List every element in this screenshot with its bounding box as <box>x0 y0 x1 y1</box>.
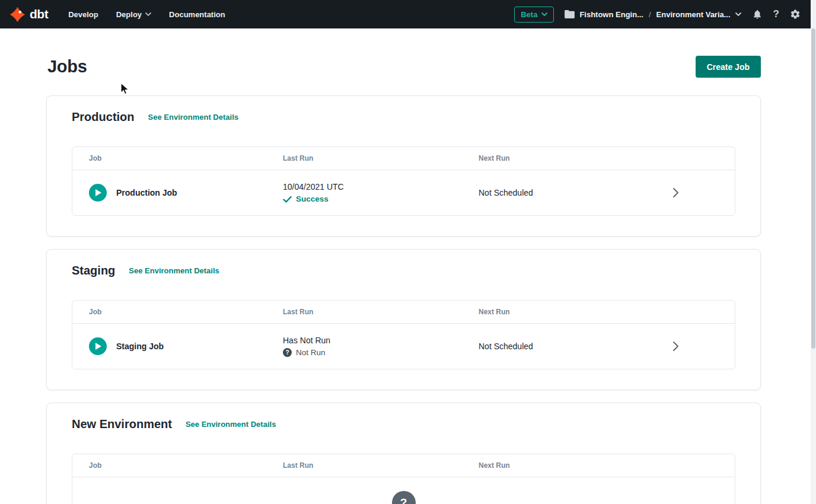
main-menu: Develop Deploy Documentation <box>68 10 225 19</box>
chevron-right-icon[interactable] <box>673 342 678 351</box>
job-row-staging-job[interactable]: Staging Job Has Not Run ? Not Run Not Sc… <box>72 324 735 369</box>
play-icon <box>94 342 102 350</box>
chevron-down-icon <box>735 12 741 17</box>
gear-icon <box>790 9 801 20</box>
brand-name: dbt <box>30 7 48 21</box>
nav-item-deploy[interactable]: Deploy <box>116 10 151 19</box>
last-run-date: Has Not Run <box>283 336 479 345</box>
scrollbar-thumb[interactable] <box>811 28 815 349</box>
chevron-right-icon[interactable] <box>673 188 678 197</box>
environment-card-new-environment: New Environment See Environment Details … <box>46 403 761 504</box>
job-name: Staging Job <box>116 342 164 351</box>
beta-version-dropdown[interactable]: Beta <box>514 7 554 23</box>
dbt-logo-icon <box>9 7 26 23</box>
help-button[interactable]: ? <box>773 8 779 20</box>
last-run-status: Success <box>283 194 479 203</box>
notifications-button[interactable] <box>752 9 763 20</box>
folder-icon <box>565 10 575 18</box>
page-title: Jobs <box>47 57 87 76</box>
dbt-logo[interactable]: dbt <box>9 7 48 23</box>
column-header-job: Job <box>89 308 283 316</box>
environment-name: New Environment <box>72 417 172 431</box>
chevron-down-icon <box>145 12 151 17</box>
chevron-down-icon <box>541 12 547 17</box>
column-header-last-run: Last Run <box>283 154 479 162</box>
next-run-value: Not Scheduled <box>479 188 616 197</box>
top-navbar: dbt Develop Deploy Documentation Beta <box>0 0 816 28</box>
not-run-question-icon: ? <box>283 348 292 357</box>
breadcrumb-current[interactable]: Environment Varia... <box>656 10 731 19</box>
last-run-status: ? Not Run <box>283 348 479 357</box>
table-header-row: Job Last Run Next Run <box>72 147 735 170</box>
column-header-next-run: Next Run <box>479 154 616 162</box>
next-run-value: Not Scheduled <box>479 342 616 351</box>
table-header-row: Job Last Run Next Run <box>72 454 735 477</box>
column-header-job: Job <box>89 154 283 162</box>
run-job-button[interactable] <box>89 184 107 202</box>
vertical-scrollbar[interactable] <box>811 0 816 504</box>
nav-item-develop[interactable]: Develop <box>68 10 98 19</box>
job-name: Production Job <box>116 188 177 197</box>
run-job-button[interactable] <box>89 337 107 355</box>
check-icon <box>283 196 292 203</box>
bell-icon <box>752 9 763 20</box>
question-mark-icon: ? <box>773 8 779 20</box>
column-header-last-run: Last Run <box>283 461 479 470</box>
column-header-next-run: Next Run <box>479 461 616 470</box>
column-header-next-run: Next Run <box>479 308 616 316</box>
see-environment-details-link[interactable]: See Environment Details <box>129 266 219 275</box>
last-run-date: 10/04/2021 UTC <box>283 182 479 192</box>
environment-card-staging: Staging See Environment Details Job Last… <box>46 249 761 390</box>
play-icon <box>94 189 102 197</box>
environment-name: Production <box>72 110 135 124</box>
jobs-page: Jobs Create Job Production See Environme… <box>0 56 816 504</box>
empty-jobs-state: ? <box>72 477 735 504</box>
environment-card-production: Production See Environment Details Job L… <box>46 95 761 237</box>
jobs-table: Job Last Run Next Run ? <box>72 454 735 504</box>
empty-state-question-icon: ? <box>392 491 416 504</box>
jobs-table: Job Last Run Next Run Staging Job Has No… <box>72 300 735 369</box>
see-environment-details-link[interactable]: See Environment Details <box>148 113 238 122</box>
column-header-job: Job <box>89 461 283 470</box>
job-row-production-job[interactable]: Production Job 10/04/2021 UTC Success No… <box>72 170 735 215</box>
table-header-row: Job Last Run Next Run <box>72 301 735 324</box>
breadcrumb-project[interactable]: Fishtown Engin... <box>579 10 643 19</box>
jobs-table: Job Last Run Next Run Production Job 10/… <box>72 146 735 216</box>
create-job-button[interactable]: Create Job <box>696 56 761 78</box>
nav-item-documentation[interactable]: Documentation <box>169 10 225 19</box>
see-environment-details-link[interactable]: See Environment Details <box>186 420 276 429</box>
settings-button[interactable] <box>790 9 801 20</box>
page-header: Jobs Create Job <box>46 56 761 78</box>
breadcrumb-separator: / <box>648 10 652 19</box>
column-header-last-run: Last Run <box>283 308 479 316</box>
breadcrumb[interactable]: Fishtown Engin... / Environment Varia... <box>565 10 741 19</box>
environment-name: Staging <box>72 264 115 277</box>
navbar-right: Beta Fishtown Engin... / Environment Var… <box>514 7 801 23</box>
